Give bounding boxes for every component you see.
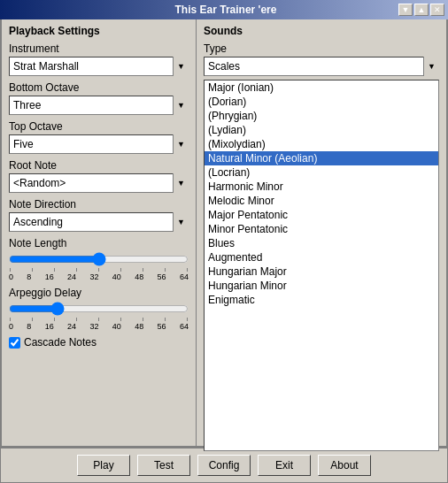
bottom-octave-select[interactable]: OneTwoThreeFourFiveSix: [9, 96, 189, 115]
scales-list-item[interactable]: (Phrygian): [205, 109, 438, 123]
window-title: This Ear Trainer 'ere: [53, 4, 398, 16]
scales-list-item[interactable]: (Lydian): [205, 123, 438, 137]
scales-list-item[interactable]: (Locrian): [205, 165, 438, 180]
instrument-label: Instrument: [9, 42, 189, 55]
cascade-notes-label: Cascade Notes: [24, 336, 97, 349]
left-panel: Playback Settings Instrument Strat Marsh…: [2, 19, 197, 446]
type-select[interactable]: ScalesChordsIntervals: [204, 57, 439, 76]
type-wrapper: ScalesChordsIntervals ▼: [204, 57, 439, 76]
top-octave-wrapper: OneTwoThreeFourFiveSix ▼: [9, 134, 189, 154]
scales-list-item[interactable]: Hungarian Minor: [205, 279, 438, 293]
root-note-wrapper: <Random>CDEFGAB ▼: [9, 173, 189, 193]
arpeggio-delay-label: Arpeggio Delay: [9, 287, 189, 299]
note-length-slider[interactable]: [9, 253, 189, 265]
maximize-button[interactable]: ▲: [414, 4, 429, 16]
bottom-octave-label: Bottom Octave: [9, 81, 189, 94]
note-length-label: Note Length: [9, 237, 189, 249]
scales-list-item[interactable]: (Mixolydian): [205, 137, 438, 151]
play-button[interactable]: Play: [77, 455, 130, 476]
scales-list-item[interactable]: Blues: [205, 236, 438, 250]
cascade-notes-checkbox[interactable]: [9, 337, 20, 349]
note-direction-select[interactable]: AscendingDescendingRandom: [9, 212, 189, 232]
title-bar: This Ear Trainer 'ere ▼ ▲ ✕: [0, 0, 448, 19]
sounds-label: Sounds: [204, 25, 439, 37]
scales-list-item[interactable]: Major (Ionian): [205, 80, 438, 95]
playback-settings-label: Playback Settings: [9, 25, 189, 37]
root-note-select[interactable]: <Random>CDEFGAB: [9, 173, 189, 193]
scales-list-item[interactable]: Augmented: [205, 250, 438, 264]
scales-list-item[interactable]: Melodic Minor: [205, 194, 438, 208]
arpeggio-delay-slider[interactable]: [9, 303, 189, 315]
test-button[interactable]: Test: [137, 455, 190, 476]
note-direction-label: Note Direction: [9, 198, 189, 211]
scales-list-item[interactable]: Harmonic Minor: [205, 180, 438, 194]
scales-list-item[interactable]: Natural Minor (Aeolian): [205, 151, 438, 165]
note-length-slider-container: 0816243240485664: [9, 253, 189, 281]
scales-list-item[interactable]: Enigmatic: [205, 293, 438, 307]
right-panel: Sounds Type ScalesChordsIntervals ▼ Majo…: [197, 19, 446, 446]
arpeggio-delay-numbers: 0816243240485664: [9, 322, 189, 331]
about-button[interactable]: About: [318, 455, 371, 476]
top-octave-select[interactable]: OneTwoThreeFourFiveSix: [9, 134, 189, 154]
arpeggio-delay-ticks: [9, 318, 189, 321]
root-note-label: Root Note: [9, 159, 189, 172]
instrument-wrapper: Strat Marshall Piano Organ Flute ▼: [9, 57, 189, 76]
instrument-select[interactable]: Strat Marshall Piano Organ Flute: [9, 57, 189, 76]
scales-list-item[interactable]: Major Pentatonic: [205, 208, 438, 222]
type-label: Type: [204, 42, 439, 55]
config-button[interactable]: Config: [197, 455, 251, 476]
arpeggio-delay-slider-container: 0816243240485664: [9, 303, 189, 331]
scales-list: Major (Ionian)(Dorian)(Phrygian)(Lydian)…: [204, 80, 439, 451]
note-direction-wrapper: AscendingDescendingRandom ▼: [9, 212, 189, 232]
exit-button[interactable]: Exit: [258, 455, 311, 476]
bottom-octave-wrapper: OneTwoThreeFourFiveSix ▼: [9, 96, 189, 115]
scales-list-item[interactable]: Hungarian Major: [205, 264, 438, 279]
scales-list-item[interactable]: Minor Pentatonic: [205, 222, 438, 236]
cascade-notes-row: Cascade Notes: [9, 336, 189, 349]
close-button[interactable]: ✕: [430, 4, 444, 16]
bottom-bar: PlayTestConfigExitAbout: [0, 448, 448, 483]
top-octave-label: Top Octave: [9, 120, 189, 133]
note-length-ticks: [9, 268, 189, 272]
note-length-numbers: 0816243240485664: [9, 272, 189, 281]
scales-list-item[interactable]: (Dorian): [205, 95, 438, 109]
minimize-button[interactable]: ▼: [398, 4, 413, 16]
